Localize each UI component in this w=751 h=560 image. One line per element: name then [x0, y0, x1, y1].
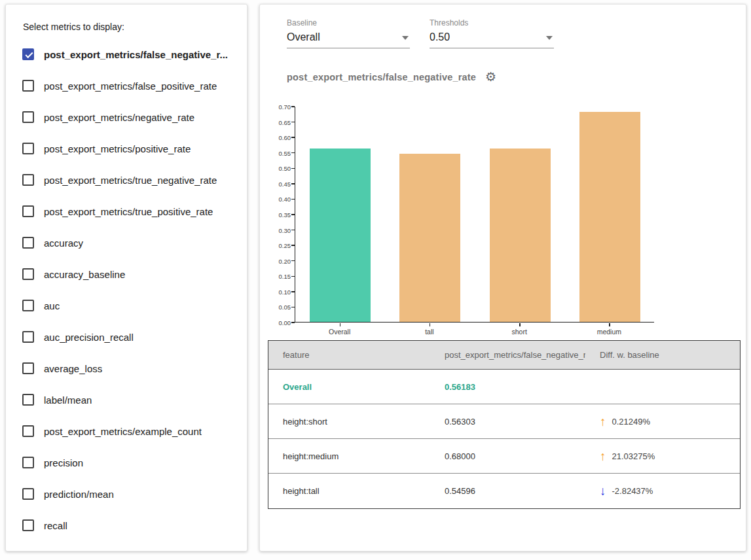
checkbox-unchecked-icon[interactable]: [22, 425, 34, 437]
bar-chart: 0.000.050.100.150.200.250.300.350.400.45…: [271, 103, 680, 338]
checkbox-unchecked-icon[interactable]: [22, 205, 34, 217]
metric-label: post_export_metrics/negative_rate: [44, 112, 194, 123]
checkbox-unchecked-icon[interactable]: [22, 111, 34, 123]
metric-row-post-export-metrics-true-positive-rate[interactable]: post_export_metrics/true_positive_rate: [6, 196, 247, 227]
y-axis-tick-label: 0.00: [271, 319, 291, 326]
checkbox-unchecked-icon[interactable]: [22, 143, 34, 154]
metrics-selector-title: Select metrics to display:: [23, 22, 124, 32]
metric-label: post_export_metrics/positive_rate: [44, 143, 191, 154]
metric-label: accuracy: [44, 237, 83, 249]
checkbox-unchecked-icon[interactable]: [22, 519, 34, 531]
gear-icon[interactable]: ⚙: [485, 71, 496, 83]
x-axis-tick-mark: [430, 323, 431, 326]
y-axis-tick-mark: [291, 260, 295, 262]
metric-label: auc: [44, 300, 60, 311]
feature-cell: height:medium: [268, 451, 430, 461]
baseline-dropdown[interactable]: Baseline Overall: [287, 18, 410, 48]
bar-medium[interactable]: [579, 112, 640, 322]
baseline-dropdown-box[interactable]: Overall: [287, 29, 410, 48]
checkbox-unchecked-icon[interactable]: [22, 331, 34, 343]
metric-row-precision[interactable]: precision: [6, 447, 247, 478]
bar-overall[interactable]: [310, 149, 371, 322]
metric-label: recall: [44, 520, 67, 531]
checkbox-unchecked-icon[interactable]: [22, 268, 34, 280]
y-axis-tick-mark: [291, 276, 295, 277]
metric-row-post-export-metrics-example-count[interactable]: post_export_metrics/example_count: [6, 415, 247, 447]
baseline-dropdown-label: Baseline: [287, 18, 410, 27]
metric-row-post-export-metrics-true-negative-rate[interactable]: post_export_metrics/true_negative_rate: [6, 164, 247, 196]
metric-label: prediction/mean: [44, 489, 114, 500]
metric-value-cell: 0.68000: [430, 451, 585, 461]
metric-row-recall[interactable]: recall: [6, 510, 247, 541]
metric-row-accuracy-baseline[interactable]: accuracy_baseline: [6, 258, 247, 290]
bar-tall[interactable]: [399, 154, 460, 322]
metrics-table-header: featurepost_export_metrics/false_negativ…: [268, 341, 740, 370]
metric-row-accuracy[interactable]: accuracy: [6, 227, 247, 258]
y-axis-tick-label: 0.20: [271, 257, 291, 264]
feature-cell: height:short: [268, 417, 430, 427]
y-axis-tick-label: 0.30: [271, 226, 291, 234]
thresholds-dropdown-label: Thresholds: [430, 18, 554, 27]
table-row[interactable]: height:tall0.54596↓-2.82437%: [268, 474, 740, 508]
chart-title: post_export_metrics/false_negative_rate: [287, 72, 476, 82]
metric-row-auc-precision-recall[interactable]: auc_precision_recall: [6, 321, 247, 353]
baseline-dropdown-value: Overall: [287, 31, 320, 43]
chevron-down-icon: [546, 36, 553, 40]
checkbox-unchecked-icon[interactable]: [22, 394, 34, 406]
metric-row-prediction-mean[interactable]: prediction/mean: [6, 478, 247, 510]
diff-cell: ↑0.21249%: [585, 415, 740, 428]
metrics-table-body: Overall0.56183height:short0.56303↑0.2124…: [268, 370, 740, 508]
diff-percentage: -2.82437%: [612, 486, 653, 496]
checkbox-unchecked-icon[interactable]: [22, 362, 34, 374]
table-column-header: post_export_metrics/false_negative_rat..…: [430, 350, 585, 360]
y-axis-tick-mark: [291, 122, 295, 123]
table-row[interactable]: Overall0.56183: [268, 370, 740, 404]
checkbox-unchecked-icon[interactable]: [22, 174, 34, 186]
metric-label: auc_precision_recall: [44, 332, 134, 343]
feature-cell: Overall: [268, 382, 430, 392]
checkbox-checked-icon[interactable]: [22, 48, 34, 60]
metric-row-label-mean[interactable]: label/mean: [6, 384, 247, 415]
metric-row-post-export-metrics-negative-rate[interactable]: post_export_metrics/negative_rate: [6, 101, 247, 133]
y-axis-tick-mark: [291, 152, 295, 154]
checkbox-unchecked-icon[interactable]: [22, 80, 34, 92]
metric-checkbox-list: post_export_metrics/false_negative_r...p…: [6, 39, 247, 541]
x-axis-tick-label: Overall: [329, 328, 350, 336]
thresholds-dropdown[interactable]: Thresholds 0.50: [430, 18, 554, 48]
arrow-down-icon: ↓: [600, 485, 606, 497]
table-column-header: Diff. w. baseline: [585, 350, 740, 360]
arrow-up-icon: ↑: [600, 415, 606, 428]
y-axis-tick-label: 0.10: [271, 288, 291, 295]
x-axis-tick-mark: [340, 323, 341, 326]
chevron-down-icon: [402, 36, 409, 40]
x-axis-tick-mark: [519, 323, 521, 326]
checkbox-unchecked-icon[interactable]: [22, 488, 34, 500]
diff-cell: ↓-2.82437%: [585, 485, 740, 497]
checkbox-unchecked-icon[interactable]: [22, 457, 34, 468]
y-axis-tick-label: 0.15: [271, 273, 291, 280]
thresholds-dropdown-box[interactable]: 0.50: [430, 29, 554, 48]
y-axis-tick-mark: [291, 137, 295, 138]
metric-label: post_export_metrics/true_negative_rate: [44, 175, 217, 186]
checkbox-unchecked-icon[interactable]: [22, 237, 34, 249]
results-panel: Baseline Overall Thresholds 0.50 post_ex…: [259, 4, 746, 551]
table-row[interactable]: height:medium0.68000↑21.03275%: [268, 439, 740, 474]
fairness-indicators-page: Select metrics to display: post_export_m…: [0, 0, 751, 560]
metric-label: accuracy_baseline: [44, 269, 125, 280]
metric-label: label/mean: [44, 394, 92, 406]
metric-row-auc[interactable]: auc: [6, 290, 247, 321]
metric-row-post-export-metrics-positive-rate[interactable]: post_export_metrics/positive_rate: [6, 133, 247, 164]
arrow-up-icon: ↑: [600, 450, 606, 463]
metric-row-post-export-metrics-false-negative-r-[interactable]: post_export_metrics/false_negative_r...: [6, 39, 247, 70]
table-row[interactable]: height:short0.56303↑0.21249%: [268, 404, 740, 439]
chart-header: post_export_metrics/false_negative_rate …: [287, 71, 496, 83]
metric-label: post_export_metrics/true_positive_rate: [44, 206, 213, 217]
x-axis-tick-mark: [609, 323, 610, 326]
bar-short[interactable]: [490, 149, 551, 322]
metric-row-post-export-metrics-false-positive-rate[interactable]: post_export_metrics/false_positive_rate: [6, 70, 247, 101]
metric-value-cell: 0.54596: [430, 486, 585, 496]
y-axis-tick-mark: [291, 106, 295, 107]
metric-row-average-loss[interactable]: average_loss: [6, 353, 247, 384]
checkbox-unchecked-icon[interactable]: [22, 300, 34, 311]
metric-label: post_export_metrics/false_negative_r...: [44, 49, 228, 60]
